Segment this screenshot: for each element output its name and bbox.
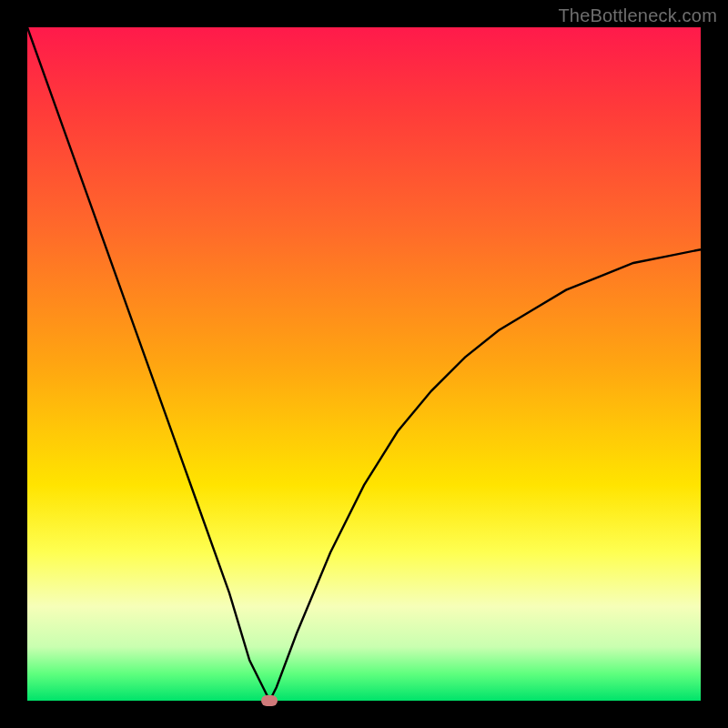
plot-area [27, 27, 701, 701]
optimal-point-marker [261, 695, 278, 706]
bottleneck-curve [27, 27, 701, 701]
chart-frame: TheBottleneck.com [0, 0, 728, 728]
watermark-text: TheBottleneck.com [558, 5, 717, 26]
